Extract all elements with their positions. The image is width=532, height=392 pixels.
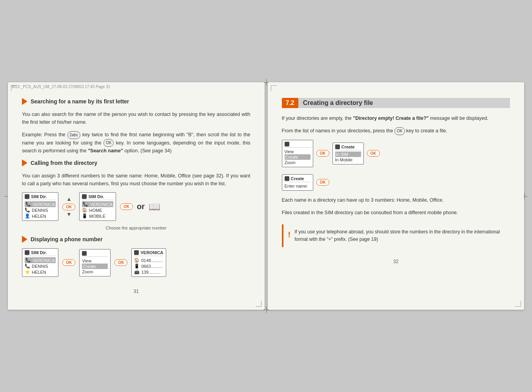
fax-icon-1: 📠 xyxy=(134,269,140,275)
section1-para1: You can also search for the name of the … xyxy=(22,110,251,126)
mobile-icon-2: 📱 xyxy=(134,264,140,269)
right-para2: From the list of names in your directori… xyxy=(282,127,510,135)
screen-title-5: VERONICA xyxy=(140,250,163,255)
section2-triangle xyxy=(22,159,27,166)
section2-diagram: SIM Dir. 📞 VERONICA 📞 DENNIS 👤 HELEN ▲ xyxy=(22,192,251,221)
screen-icon-3 xyxy=(25,250,29,255)
home-icon-2: 🏠 xyxy=(134,258,140,263)
screen-row-zoom-r: Zoom xyxy=(285,160,310,165)
screen-veronica-numbers: VERONICA 🏠 0148.......... 📱 0663........… xyxy=(131,248,166,277)
right-page: 7.2 Creating a directory file If your di… xyxy=(268,82,525,310)
ok-key-inline-right: OK xyxy=(394,127,405,135)
ok-btn-4[interactable]: OK xyxy=(114,259,127,266)
section-number: 7.2 xyxy=(282,98,298,108)
section1-heading: Searching for a name by its first letter xyxy=(22,98,251,105)
key-2abc: 2abc xyxy=(67,131,81,139)
screen-row-veronica-1: 📞 VERONICA xyxy=(25,201,56,207)
screen-row-create-r: Create xyxy=(285,154,310,160)
screen-row-home: 🏠 HOME xyxy=(82,207,113,213)
right-diagram-col1: View Create Zoom OK Create In SIM In Mob… xyxy=(282,140,380,191)
right-para4: Files created in the SIM directory can b… xyxy=(282,209,510,217)
screen-title-3: SIM Dir. xyxy=(31,250,47,255)
section2-caption: Choose the appropriate number xyxy=(22,226,251,230)
info-icon: ! xyxy=(288,228,291,243)
key-ok-inline: OK xyxy=(103,139,114,147)
screen-row-0148: 🏠 0148.......... xyxy=(134,257,163,263)
person-icon-1: 👤 xyxy=(25,213,30,219)
screen-simdir-3: SIM Dir. 📞 VERONICA 📞 DENNIS ⭐ HELEN xyxy=(22,248,58,277)
screen-row-entername: Enter name: xyxy=(285,183,310,189)
book-icon: 📖 xyxy=(149,201,160,212)
screen-row-mobile: 📱 MOBILE xyxy=(82,213,113,219)
right-page-number: 32 xyxy=(282,259,510,264)
section3-heading: Displaying a phone number xyxy=(22,236,251,243)
section3-triangle xyxy=(22,236,27,243)
left-page-number: 31 xyxy=(22,289,251,294)
right-para3: Each name in a directory can have up to … xyxy=(282,196,510,204)
phone-icon-5: 📞 xyxy=(25,264,30,269)
ok-btn-r1[interactable]: OK xyxy=(316,150,329,157)
screen-icon-5 xyxy=(134,250,139,255)
screen-row-helen-2: ⭐ HELEN xyxy=(25,269,56,275)
ok-btn-3[interactable]: OK xyxy=(62,259,75,266)
phone-icon-1: 📞 xyxy=(25,202,31,207)
section1-para2: Example: Press the 2abc key twice to fin… xyxy=(22,131,251,155)
ok-btn-r3[interactable]: OK xyxy=(316,179,329,186)
section3-title: Displaying a phone number xyxy=(31,236,103,242)
screen-view-create-zoom: View Create Zoom xyxy=(79,249,111,276)
screen-vcz-right: View Create Zoom xyxy=(282,140,313,167)
section-title: Creating a directory file xyxy=(298,98,510,108)
right-para1: If your directories are empty, the "Dire… xyxy=(282,114,510,122)
screen-row-dennis: 📞 DENNIS xyxy=(25,207,56,213)
screen-row-dennis-2: 📞 DENNIS xyxy=(25,263,56,269)
header-meta: BG3 _PCS_AUS_UM_27-08-03 27/08/03 17:45 … xyxy=(12,85,110,89)
phone-icon-4: 📞 xyxy=(25,258,31,263)
section2-heading: Calling from the directory xyxy=(22,159,251,166)
ok-btn-2[interactable]: OK xyxy=(120,203,133,210)
screen-icon-r3 xyxy=(285,176,289,181)
right-diagram-row2: Create Enter name: OK xyxy=(282,174,380,191)
screen-row-inmobile: In Mobile xyxy=(335,157,361,163)
home-icon-1: 🏠 xyxy=(82,208,87,213)
screen-row-zoom: Zoom xyxy=(82,269,108,275)
screen-icon-r1 xyxy=(285,142,289,146)
screen-row-create: Create xyxy=(82,264,108,269)
screen-row-view-r: View xyxy=(285,149,310,154)
screen-row-139: 📠 139.......... xyxy=(134,269,163,275)
arrow-down-1: ▼ xyxy=(66,211,72,217)
ok-btn-1[interactable]: OK xyxy=(62,204,75,210)
section2-title: Calling from the directory xyxy=(31,160,97,166)
screen-row-veronica-2: 📞 VERONICA xyxy=(82,201,113,207)
screen-title-2: SIM Dir. xyxy=(88,194,104,199)
screen-create-sim: Create In SIM In Mobile xyxy=(332,143,364,164)
screen-row-helen-1: 👤 HELEN xyxy=(25,213,56,219)
screen-row-insim: In SIM xyxy=(335,152,361,157)
left-page: BG3 _PCS_AUS_UM_27-08-03 27/08/03 17:45 … xyxy=(8,82,265,310)
right-section-header: 7.2 Creating a directory file xyxy=(282,98,510,108)
or-label: or xyxy=(137,202,145,211)
screen-icon-r2 xyxy=(335,145,340,149)
screen-enter-name: Create Enter name: xyxy=(282,174,313,191)
arrow-up-1: ▲ xyxy=(66,196,72,202)
screen-simdir-2: SIM Dir. 📞 VERONICA 🏠 HOME 📱 MOBILE xyxy=(79,192,116,221)
right-diagram-row1: View Create Zoom OK Create In SIM In Mob… xyxy=(282,140,380,167)
screen-row-0663: 📱 0663.......... xyxy=(134,263,163,269)
info-box: ! If you use your telephone abroad, you … xyxy=(282,224,510,247)
phone-icon-3: 📞 xyxy=(83,202,88,207)
screen-icon-1 xyxy=(25,194,29,199)
nav-arrows-1: ▲ OK ▼ xyxy=(62,196,75,217)
section3-diagram: SIM Dir. 📞 VERONICA 📞 DENNIS ⭐ HELEN OK xyxy=(22,248,251,277)
info-text: If you use your telephone abroad, you sh… xyxy=(294,228,505,243)
screen-icon-4 xyxy=(82,251,87,256)
screen-icon-2 xyxy=(82,194,87,199)
right-diagrams: View Create Zoom OK Create In SIM In Mob… xyxy=(282,140,510,191)
screen-simdir-1: SIM Dir. 📞 VERONICA 📞 DENNIS 👤 HELEN xyxy=(22,192,58,221)
page-spread: BG3 _PCS_AUS_UM_27-08-03 27/08/03 17:45 … xyxy=(8,82,524,310)
ok-btn-r2[interactable]: OK xyxy=(367,150,380,157)
phone-icon-2: 📞 xyxy=(25,208,30,213)
section1-title: Searching for a name by its first letter xyxy=(31,98,129,105)
section1-triangle xyxy=(22,98,27,105)
mobile-icon-1: 📱 xyxy=(82,213,87,219)
star-icon-1: ⭐ xyxy=(25,269,30,275)
screen-row-veronica-3: 📞 VERONICA xyxy=(25,257,56,263)
